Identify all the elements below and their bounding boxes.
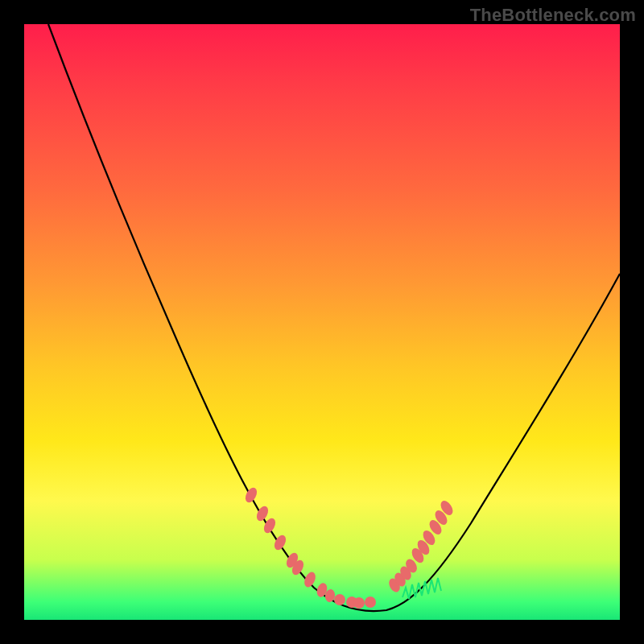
bottleneck-curve bbox=[24, 24, 620, 620]
svg-point-0 bbox=[243, 485, 259, 504]
left-marker-cluster bbox=[243, 485, 376, 609]
plot-area bbox=[24, 24, 620, 620]
svg-point-11 bbox=[353, 597, 365, 609]
curve-path bbox=[48, 24, 620, 611]
svg-point-9 bbox=[334, 594, 345, 605]
watermark-text: TheBottleneck.com bbox=[470, 5, 636, 26]
right-marker-cluster bbox=[386, 498, 455, 593]
svg-point-12 bbox=[365, 597, 376, 608]
chart-frame: TheBottleneck.com bbox=[0, 0, 644, 644]
svg-point-6 bbox=[302, 570, 317, 588]
